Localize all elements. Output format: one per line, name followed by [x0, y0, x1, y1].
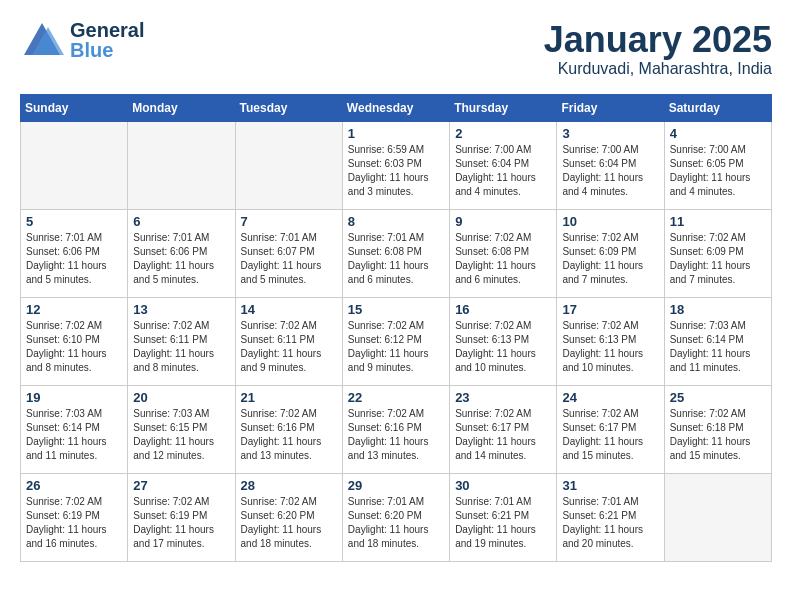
calendar-cell: 19Sunrise: 7:03 AM Sunset: 6:14 PM Dayli…	[21, 385, 128, 473]
calendar-cell: 28Sunrise: 7:02 AM Sunset: 6:20 PM Dayli…	[235, 473, 342, 561]
day-info: Sunrise: 7:02 AM Sunset: 6:11 PM Dayligh…	[133, 319, 229, 375]
day-number: 16	[455, 302, 551, 317]
calendar-cell	[235, 121, 342, 209]
logo-blue-text: Blue	[70, 40, 144, 60]
calendar-cell: 25Sunrise: 7:02 AM Sunset: 6:18 PM Dayli…	[664, 385, 771, 473]
calendar-cell: 3Sunrise: 7:00 AM Sunset: 6:04 PM Daylig…	[557, 121, 664, 209]
day-info: Sunrise: 7:01 AM Sunset: 6:07 PM Dayligh…	[241, 231, 337, 287]
day-number: 8	[348, 214, 444, 229]
day-number: 26	[26, 478, 122, 493]
page-header: General Blue January 2025 Kurduvadi, Mah…	[20, 20, 772, 78]
logo-icon	[20, 21, 64, 59]
calendar-subtitle: Kurduvadi, Maharashtra, India	[544, 60, 772, 78]
day-number: 14	[241, 302, 337, 317]
day-info: Sunrise: 7:01 AM Sunset: 6:06 PM Dayligh…	[133, 231, 229, 287]
day-info: Sunrise: 7:03 AM Sunset: 6:14 PM Dayligh…	[26, 407, 122, 463]
day-info: Sunrise: 7:01 AM Sunset: 6:06 PM Dayligh…	[26, 231, 122, 287]
calendar-week-row: 1Sunrise: 6:59 AM Sunset: 6:03 PM Daylig…	[21, 121, 772, 209]
calendar-week-row: 19Sunrise: 7:03 AM Sunset: 6:14 PM Dayli…	[21, 385, 772, 473]
calendar-cell: 8Sunrise: 7:01 AM Sunset: 6:08 PM Daylig…	[342, 209, 449, 297]
calendar-cell: 18Sunrise: 7:03 AM Sunset: 6:14 PM Dayli…	[664, 297, 771, 385]
day-info: Sunrise: 7:02 AM Sunset: 6:09 PM Dayligh…	[562, 231, 658, 287]
day-number: 31	[562, 478, 658, 493]
day-number: 11	[670, 214, 766, 229]
day-info: Sunrise: 7:01 AM Sunset: 6:20 PM Dayligh…	[348, 495, 444, 551]
day-number: 18	[670, 302, 766, 317]
day-info: Sunrise: 7:01 AM Sunset: 6:21 PM Dayligh…	[455, 495, 551, 551]
day-info: Sunrise: 7:01 AM Sunset: 6:21 PM Dayligh…	[562, 495, 658, 551]
day-number: 17	[562, 302, 658, 317]
calendar-cell: 14Sunrise: 7:02 AM Sunset: 6:11 PM Dayli…	[235, 297, 342, 385]
calendar-cell: 9Sunrise: 7:02 AM Sunset: 6:08 PM Daylig…	[450, 209, 557, 297]
day-info: Sunrise: 7:03 AM Sunset: 6:15 PM Dayligh…	[133, 407, 229, 463]
calendar-cell: 6Sunrise: 7:01 AM Sunset: 6:06 PM Daylig…	[128, 209, 235, 297]
day-number: 9	[455, 214, 551, 229]
day-number: 20	[133, 390, 229, 405]
calendar-title-block: January 2025 Kurduvadi, Maharashtra, Ind…	[544, 20, 772, 78]
calendar-cell: 23Sunrise: 7:02 AM Sunset: 6:17 PM Dayli…	[450, 385, 557, 473]
day-info: Sunrise: 7:00 AM Sunset: 6:04 PM Dayligh…	[455, 143, 551, 199]
calendar-table: SundayMondayTuesdayWednesdayThursdayFrid…	[20, 94, 772, 562]
logo: General Blue	[20, 20, 144, 60]
day-number: 27	[133, 478, 229, 493]
calendar-cell: 17Sunrise: 7:02 AM Sunset: 6:13 PM Dayli…	[557, 297, 664, 385]
calendar-cell: 12Sunrise: 7:02 AM Sunset: 6:10 PM Dayli…	[21, 297, 128, 385]
calendar-cell: 20Sunrise: 7:03 AM Sunset: 6:15 PM Dayli…	[128, 385, 235, 473]
calendar-cell: 24Sunrise: 7:02 AM Sunset: 6:17 PM Dayli…	[557, 385, 664, 473]
day-info: Sunrise: 6:59 AM Sunset: 6:03 PM Dayligh…	[348, 143, 444, 199]
calendar-cell: 5Sunrise: 7:01 AM Sunset: 6:06 PM Daylig…	[21, 209, 128, 297]
day-number: 2	[455, 126, 551, 141]
day-number: 22	[348, 390, 444, 405]
calendar-cell: 15Sunrise: 7:02 AM Sunset: 6:12 PM Dayli…	[342, 297, 449, 385]
calendar-cell: 1Sunrise: 6:59 AM Sunset: 6:03 PM Daylig…	[342, 121, 449, 209]
day-number: 12	[26, 302, 122, 317]
calendar-title: January 2025	[544, 20, 772, 60]
day-info: Sunrise: 7:02 AM Sunset: 6:10 PM Dayligh…	[26, 319, 122, 375]
day-info: Sunrise: 7:02 AM Sunset: 6:19 PM Dayligh…	[133, 495, 229, 551]
calendar-cell: 4Sunrise: 7:00 AM Sunset: 6:05 PM Daylig…	[664, 121, 771, 209]
day-number: 24	[562, 390, 658, 405]
day-number: 3	[562, 126, 658, 141]
day-number: 19	[26, 390, 122, 405]
day-number: 5	[26, 214, 122, 229]
calendar-week-row: 5Sunrise: 7:01 AM Sunset: 6:06 PM Daylig…	[21, 209, 772, 297]
weekday-header-tuesday: Tuesday	[235, 94, 342, 121]
calendar-week-row: 26Sunrise: 7:02 AM Sunset: 6:19 PM Dayli…	[21, 473, 772, 561]
day-number: 23	[455, 390, 551, 405]
day-number: 30	[455, 478, 551, 493]
day-info: Sunrise: 7:02 AM Sunset: 6:13 PM Dayligh…	[562, 319, 658, 375]
day-number: 25	[670, 390, 766, 405]
calendar-cell: 13Sunrise: 7:02 AM Sunset: 6:11 PM Dayli…	[128, 297, 235, 385]
day-info: Sunrise: 7:00 AM Sunset: 6:05 PM Dayligh…	[670, 143, 766, 199]
day-number: 13	[133, 302, 229, 317]
day-info: Sunrise: 7:02 AM Sunset: 6:12 PM Dayligh…	[348, 319, 444, 375]
day-info: Sunrise: 7:02 AM Sunset: 6:16 PM Dayligh…	[348, 407, 444, 463]
weekday-header-thursday: Thursday	[450, 94, 557, 121]
weekday-header-wednesday: Wednesday	[342, 94, 449, 121]
day-number: 7	[241, 214, 337, 229]
calendar-cell: 26Sunrise: 7:02 AM Sunset: 6:19 PM Dayli…	[21, 473, 128, 561]
calendar-cell: 31Sunrise: 7:01 AM Sunset: 6:21 PM Dayli…	[557, 473, 664, 561]
day-info: Sunrise: 7:02 AM Sunset: 6:19 PM Dayligh…	[26, 495, 122, 551]
day-info: Sunrise: 7:02 AM Sunset: 6:17 PM Dayligh…	[562, 407, 658, 463]
day-info: Sunrise: 7:00 AM Sunset: 6:04 PM Dayligh…	[562, 143, 658, 199]
day-info: Sunrise: 7:02 AM Sunset: 6:11 PM Dayligh…	[241, 319, 337, 375]
day-number: 6	[133, 214, 229, 229]
day-info: Sunrise: 7:02 AM Sunset: 6:17 PM Dayligh…	[455, 407, 551, 463]
calendar-cell: 29Sunrise: 7:01 AM Sunset: 6:20 PM Dayli…	[342, 473, 449, 561]
day-info: Sunrise: 7:02 AM Sunset: 6:13 PM Dayligh…	[455, 319, 551, 375]
day-info: Sunrise: 7:02 AM Sunset: 6:20 PM Dayligh…	[241, 495, 337, 551]
calendar-cell	[128, 121, 235, 209]
day-info: Sunrise: 7:02 AM Sunset: 6:18 PM Dayligh…	[670, 407, 766, 463]
day-number: 1	[348, 126, 444, 141]
logo-general-text: General	[70, 20, 144, 40]
day-number: 15	[348, 302, 444, 317]
calendar-cell: 11Sunrise: 7:02 AM Sunset: 6:09 PM Dayli…	[664, 209, 771, 297]
weekday-header-monday: Monday	[128, 94, 235, 121]
day-info: Sunrise: 7:02 AM Sunset: 6:16 PM Dayligh…	[241, 407, 337, 463]
calendar-cell: 27Sunrise: 7:02 AM Sunset: 6:19 PM Dayli…	[128, 473, 235, 561]
day-info: Sunrise: 7:02 AM Sunset: 6:08 PM Dayligh…	[455, 231, 551, 287]
calendar-week-row: 12Sunrise: 7:02 AM Sunset: 6:10 PM Dayli…	[21, 297, 772, 385]
calendar-cell: 7Sunrise: 7:01 AM Sunset: 6:07 PM Daylig…	[235, 209, 342, 297]
day-number: 4	[670, 126, 766, 141]
